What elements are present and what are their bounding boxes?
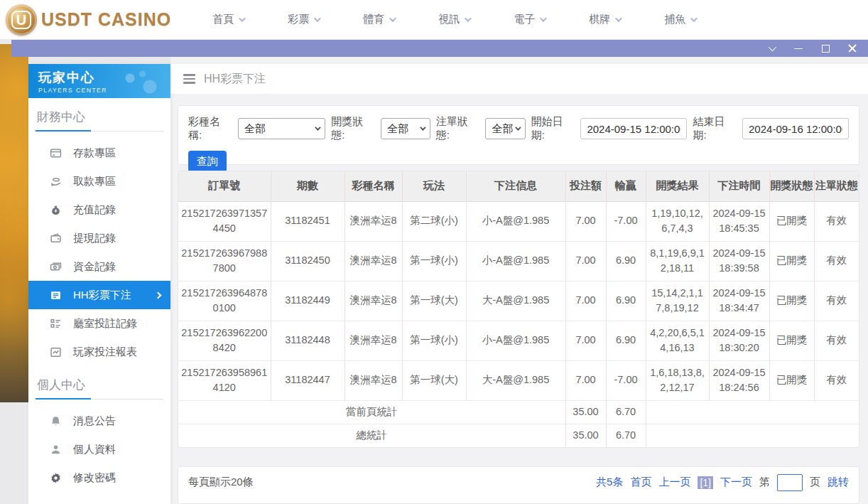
cell-bet-amount: 7.00 bbox=[565, 321, 606, 360]
summary-winloss-total: 6.70 bbox=[606, 400, 646, 424]
section-finance-center: 財務中心 bbox=[36, 98, 163, 132]
chevron-down-icon bbox=[239, 15, 246, 22]
cell-bet-info: 小-A盤@1.985 bbox=[466, 201, 565, 241]
site-logo[interactable]: U USDT CASINO bbox=[6, 4, 171, 36]
sidebar-header: 玩家中心 PLAYERS CENTER bbox=[28, 64, 170, 98]
cell-lottery-name: 澳洲幸运8 bbox=[345, 241, 402, 281]
cell-bet-info: 大-A盤@1.985 bbox=[466, 281, 565, 321]
nav-item-sports[interactable]: 體育 bbox=[363, 13, 394, 26]
sidebar-item-label: HH彩票下注 bbox=[73, 289, 131, 302]
order-status-label: 注單狀態: bbox=[436, 115, 480, 142]
first-page-link[interactable]: 首页 bbox=[630, 476, 651, 489]
sidebar-item-recharge-record[interactable]: 充值記錄 bbox=[28, 195, 170, 224]
table-row: 2152172639679887800 31182450 澳洲幸运8 第一球(小… bbox=[178, 241, 859, 281]
prev-page-link[interactable]: 上一页 bbox=[658, 476, 690, 489]
cell-win-loss: 6.90 bbox=[606, 281, 646, 321]
nav-item-electronic[interactable]: 電子 bbox=[514, 13, 545, 26]
lottery-name-select[interactable]: 全部 bbox=[238, 118, 326, 139]
cell-draw-status: 已開獎 bbox=[769, 321, 814, 360]
cell-order-no: 2152172639589614120 bbox=[178, 360, 271, 400]
next-page-link[interactable]: 下一页 bbox=[720, 476, 752, 489]
sidebar-item-label: 玩家投注報表 bbox=[73, 345, 137, 359]
logo-text: USDT CASINO bbox=[41, 9, 171, 30]
cell-play-type: 第一球(大) bbox=[402, 360, 466, 400]
order-status-value: 全部 bbox=[492, 122, 513, 136]
sidebar-title: 玩家中心 bbox=[38, 69, 170, 86]
col-order-status: 注單狀態 bbox=[814, 171, 859, 201]
filter-panel: 彩種名稱: 全部 開獎狀態: 全部 注單狀態: 全部 開始日期: 結束日期: 查… bbox=[178, 105, 859, 165]
col-draw-result: 開獎結果 bbox=[646, 171, 709, 201]
minimize-icon bbox=[794, 48, 803, 49]
chevron-right-icon bbox=[155, 291, 162, 299]
hamburger-menu-icon[interactable] bbox=[183, 74, 195, 84]
cell-bet-info: 小-A盤@1.985 bbox=[466, 241, 565, 281]
col-play-type: 玩法 bbox=[402, 171, 466, 201]
summary-label: 總統計 bbox=[178, 424, 565, 447]
window-close-button[interactable] bbox=[847, 43, 858, 54]
gear-icon bbox=[50, 472, 62, 484]
maximize-icon bbox=[822, 45, 830, 53]
sidebar-item-hh-lottery-bets[interactable]: HH彩票下注 bbox=[28, 281, 170, 309]
cell-lottery-name: 澳洲幸运8 bbox=[345, 360, 402, 400]
draw-status-select[interactable]: 全部 bbox=[381, 118, 430, 139]
cell-play-type: 第一球(小) bbox=[402, 321, 466, 360]
jump-button[interactable]: 跳转 bbox=[828, 476, 849, 489]
site-topbar: U USDT CASINO 首頁 彩票 體育 視訊 電子 棋牌 捕魚 bbox=[0, 0, 868, 40]
sidebar-item-announcements[interactable]: 消息公告 bbox=[28, 407, 170, 435]
end-date-label: 結束日期: bbox=[693, 115, 737, 142]
sidebar-item-label: 充值記錄 bbox=[73, 203, 116, 217]
money-bag-icon bbox=[50, 204, 62, 216]
search-button[interactable]: 查詢 bbox=[188, 151, 227, 172]
jump-suffix-text: 页 bbox=[810, 476, 820, 489]
usdt-coin-icon: U bbox=[6, 4, 37, 36]
hand-money-icon bbox=[50, 176, 62, 188]
page-header: HH彩票下注 bbox=[170, 64, 868, 94]
window-minimize-button[interactable] bbox=[793, 43, 804, 54]
nav-item-lottery[interactable]: 彩票 bbox=[288, 13, 319, 26]
cell-order-status: 有效 bbox=[814, 281, 859, 321]
wallet-icon bbox=[50, 232, 62, 245]
sidebar-item-change-password[interactable]: 修改密碼 bbox=[28, 463, 170, 492]
cell-draw-status: 已開獎 bbox=[769, 201, 814, 241]
window-maximize-button[interactable] bbox=[820, 43, 831, 54]
cell-lottery-name: 澳洲幸运8 bbox=[345, 321, 402, 360]
cell-bet-time: 2024-09-15 18:30:20 bbox=[709, 321, 769, 360]
nav-item-video[interactable]: 視訊 bbox=[438, 13, 470, 26]
nav-item-fishing[interactable]: 捕魚 bbox=[664, 13, 695, 26]
nav-label: 棋牌 bbox=[589, 13, 610, 26]
page-title: HH彩票下注 bbox=[204, 72, 266, 87]
sidebar-item-funds-record[interactable]: 資金記錄 bbox=[28, 252, 170, 281]
summary-empty bbox=[646, 424, 859, 447]
cell-draw-result: 1,19,10,12,6,7,4,3 bbox=[646, 201, 709, 241]
nav-item-home[interactable]: 首頁 bbox=[212, 13, 244, 26]
lottery-name-label: 彩種名稱: bbox=[188, 115, 232, 142]
cell-order-status: 有效 bbox=[814, 321, 859, 360]
sidebar-item-deposit[interactable]: 存款專區 bbox=[28, 139, 170, 167]
cell-draw-result: 1,6,18,13,8,2,12,17 bbox=[646, 360, 709, 400]
summary-bet-total: 35.00 bbox=[565, 424, 606, 447]
sidebar-item-withdraw[interactable]: 取款專區 bbox=[28, 167, 170, 195]
nav-label: 捕魚 bbox=[664, 13, 685, 26]
cell-play-type: 第二球(小) bbox=[402, 201, 466, 241]
sidebar-item-label: 資金記錄 bbox=[73, 260, 116, 274]
sidebar-item-profile[interactable]: 個人資料 bbox=[28, 435, 170, 463]
summary-winloss-total: 6.70 bbox=[606, 424, 646, 447]
end-date-input[interactable] bbox=[742, 118, 849, 139]
cell-bet-amount: 7.00 bbox=[565, 360, 606, 400]
sidebar-subtitle: PLAYERS CENTER bbox=[38, 87, 170, 94]
cell-win-loss: 6.90 bbox=[606, 241, 646, 281]
grand-summary-row: 總統計 35.00 6.70 bbox=[178, 424, 859, 447]
col-win-loss: 輸贏 bbox=[606, 171, 646, 201]
sidebar-item-hall-bet-records[interactable]: 廳室投註記錄 bbox=[28, 309, 170, 338]
jump-prefix-text: 第 bbox=[759, 476, 770, 489]
window-titlebar bbox=[11, 40, 868, 57]
nav-item-chess[interactable]: 棋牌 bbox=[589, 13, 620, 26]
window-collapse-button[interactable] bbox=[766, 43, 777, 54]
sidebar-item-withdrawal-record[interactable]: 提現記錄 bbox=[28, 224, 170, 252]
order-status-select[interactable]: 全部 bbox=[485, 118, 525, 139]
sidebar-item-label: 提現記錄 bbox=[73, 232, 116, 245]
page-number-input[interactable] bbox=[777, 474, 803, 491]
summary-bet-total: 35.00 bbox=[565, 400, 606, 424]
sidebar-item-player-bet-report[interactable]: 玩家投注報表 bbox=[28, 338, 170, 366]
start-date-input[interactable] bbox=[580, 118, 687, 139]
